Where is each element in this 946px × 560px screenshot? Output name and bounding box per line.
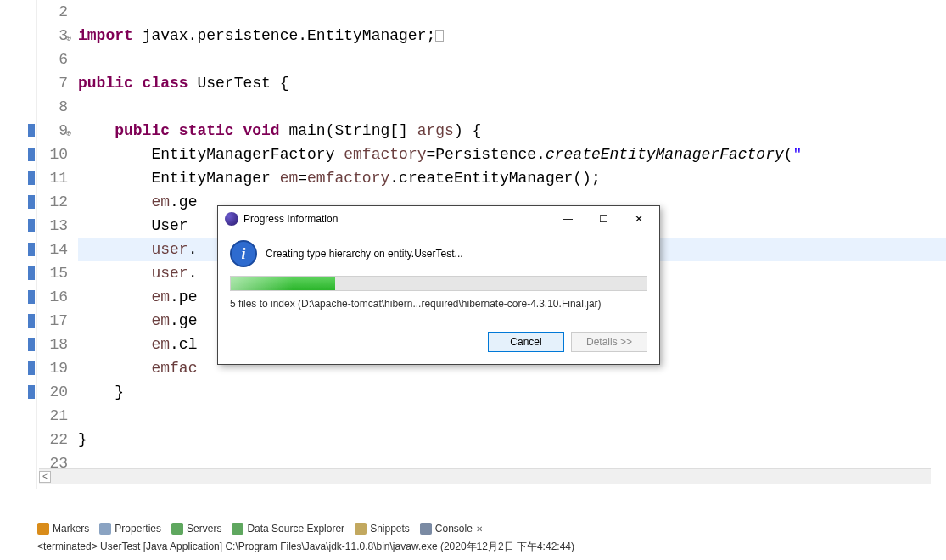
properties-icon	[99, 523, 111, 535]
marker-row	[0, 95, 36, 119]
code-line[interactable]	[78, 404, 946, 428]
line-number: 12	[37, 190, 68, 214]
marker-row	[0, 404, 36, 428]
servers-icon	[171, 523, 183, 535]
minimize-button[interactable]: —	[551, 207, 585, 231]
marker-row	[0, 333, 36, 356]
marker-row	[0, 238, 36, 261]
line-number: 19	[37, 356, 68, 380]
marker-row	[0, 190, 36, 214]
progress-dialog: Progress Information — ☐ ✕ i Creating ty…	[217, 205, 660, 365]
tab-label: Servers	[187, 523, 221, 535]
markers-icon	[37, 523, 49, 535]
change-marker-icon	[28, 171, 35, 185]
line-number: 17	[37, 309, 68, 333]
close-button[interactable]: ✕	[622, 207, 656, 231]
code-line[interactable]: public static void main(String[] args) {	[78, 119, 946, 143]
marker-row	[0, 428, 36, 451]
line-number: 7	[37, 71, 68, 95]
line-number: 20	[37, 380, 68, 404]
console-icon	[420, 523, 432, 535]
line-number: 18	[37, 333, 68, 356]
code-line[interactable]: }	[78, 428, 946, 451]
marker-gutter	[0, 0, 37, 489]
marker-row	[0, 214, 36, 238]
change-marker-icon	[28, 195, 35, 209]
change-marker-icon	[28, 219, 35, 232]
marker-row	[0, 380, 36, 404]
maximize-button[interactable]: ☐	[586, 207, 620, 231]
view-tab-servers[interactable]: Servers	[171, 523, 221, 535]
dialog-detail: 5 files to index (D:\apache-tomcat\hiber…	[230, 298, 647, 310]
marker-row	[0, 261, 36, 285]
info-icon: i	[230, 240, 257, 267]
code-line[interactable]: EntityManagerFactory emfactory=Persisten…	[78, 143, 946, 166]
tab-label: Console	[435, 523, 473, 535]
marker-row	[0, 309, 36, 333]
line-number: 11	[37, 166, 68, 190]
marker-row	[0, 166, 36, 190]
line-number: 13	[37, 214, 68, 238]
view-tab-snippets[interactable]: Snippets	[355, 523, 410, 535]
line-number: 22	[37, 428, 68, 451]
marker-row	[0, 119, 36, 143]
tab-close-icon[interactable]: ✕	[476, 524, 483, 534]
bottom-view-tabs: MarkersPropertiesServersData Source Expl…	[34, 519, 946, 538]
horizontal-scrollbar[interactable]: <	[39, 468, 931, 484]
code-line[interactable]: import javax.persistence.EntityManager;	[78, 24, 946, 48]
code-line[interactable]	[78, 95, 946, 119]
code-line[interactable]: }	[78, 380, 946, 404]
details-button[interactable]: Details >>	[571, 332, 647, 352]
progress-bar	[230, 276, 647, 291]
change-marker-icon	[28, 290, 35, 304]
cancel-button[interactable]: Cancel	[488, 332, 564, 352]
collapsed-region-icon[interactable]	[435, 30, 444, 42]
line-number: 8	[37, 95, 68, 119]
dialog-titlebar[interactable]: Progress Information — ☐ ✕	[218, 206, 659, 232]
line-number-gutter: 23⊕6789⊕1011121314151617181920212223	[37, 0, 73, 489]
change-marker-icon	[28, 314, 35, 328]
eclipse-icon	[225, 212, 238, 226]
marker-row	[0, 143, 36, 166]
dialog-message: Creating type hierarchy on entity.UserTe…	[266, 248, 463, 260]
line-number: 10	[37, 143, 68, 166]
line-number: 15	[37, 261, 68, 285]
line-number: 9⊕	[37, 119, 68, 143]
change-marker-icon	[28, 243, 35, 256]
marker-row	[0, 451, 36, 475]
change-marker-icon	[28, 266, 35, 280]
line-number: 3⊕	[37, 24, 68, 48]
marker-row	[0, 356, 36, 380]
tab-label: Snippets	[370, 523, 410, 535]
code-line[interactable]	[78, 48, 946, 71]
view-tab-data-source-explorer[interactable]: Data Source Explorer	[232, 523, 344, 535]
change-marker-icon	[28, 385, 35, 399]
change-marker-icon	[28, 361, 35, 375]
datasource-icon	[232, 523, 243, 535]
line-number: 6	[37, 48, 68, 71]
view-tab-console[interactable]: Console✕	[420, 523, 483, 535]
change-marker-icon	[28, 338, 35, 351]
change-marker-icon	[28, 124, 35, 137]
tab-label: Properties	[115, 523, 161, 535]
dialog-title: Progress Information	[243, 213, 551, 225]
marker-row	[0, 24, 36, 48]
view-tab-markers[interactable]: Markers	[37, 523, 89, 535]
scroll-left-button[interactable]: <	[39, 471, 51, 483]
line-number: 14	[37, 238, 68, 261]
code-line[interactable]: EntityManager em=emfactory.createEntityM…	[78, 166, 946, 190]
line-number: 21	[37, 404, 68, 428]
code-line[interactable]	[78, 0, 946, 24]
tab-label: Data Source Explorer	[247, 523, 344, 535]
line-number: 2	[37, 0, 68, 24]
change-marker-icon	[28, 148, 35, 161]
line-number: 16	[37, 285, 68, 309]
marker-row	[0, 285, 36, 309]
view-tab-properties[interactable]: Properties	[99, 523, 161, 535]
marker-row	[0, 48, 36, 71]
tab-label: Markers	[53, 523, 89, 535]
snippets-icon	[355, 523, 367, 535]
marker-row	[0, 0, 36, 24]
code-line[interactable]: public class UserTest {	[78, 71, 946, 95]
console-status-line: <terminated> UserTest [Java Application]…	[34, 538, 946, 556]
